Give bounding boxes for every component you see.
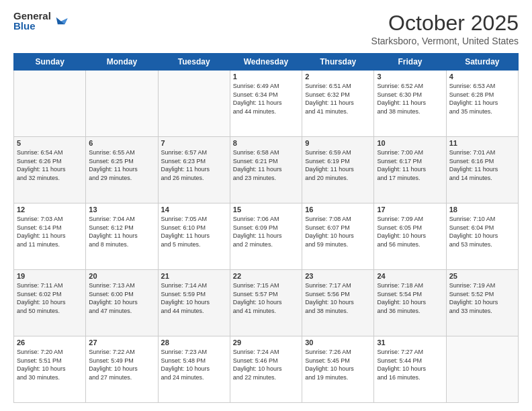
calendar-week-2: 12Sunrise: 7:03 AMSunset: 6:14 PMDayligh… — [14, 203, 519, 270]
day-number: 22 — [233, 272, 299, 280]
calendar-cell — [158, 71, 230, 137]
calendar-cell: 7Sunrise: 6:57 AMSunset: 6:23 PMDaylight… — [158, 137, 230, 203]
day-info: Sunrise: 7:22 AMSunset: 5:49 PMDaylight:… — [89, 348, 154, 381]
calendar-cell: 12Sunrise: 7:03 AMSunset: 6:14 PMDayligh… — [14, 203, 86, 270]
day-number: 21 — [161, 272, 227, 280]
calendar-cell: 23Sunrise: 7:17 AMSunset: 5:56 PMDayligh… — [302, 270, 374, 336]
day-number: 4 — [449, 73, 515, 81]
logo: General Blue — [13, 11, 69, 31]
day-info: Sunrise: 6:49 AMSunset: 6:34 PMDaylight:… — [233, 82, 299, 116]
day-number: 8 — [233, 139, 299, 147]
day-info: Sunrise: 7:05 AMSunset: 6:10 PMDaylight:… — [161, 215, 227, 248]
calendar-cell: 1Sunrise: 6:49 AMSunset: 6:34 PMDaylight… — [230, 71, 302, 137]
day-number: 29 — [233, 338, 299, 347]
calendar-cell: 18Sunrise: 7:10 AMSunset: 6:04 PMDayligh… — [446, 203, 518, 270]
day-number: 9 — [305, 139, 371, 147]
day-number: 19 — [17, 272, 83, 280]
day-number: 26 — [17, 338, 83, 347]
calendar-cell — [14, 71, 86, 137]
day-number: 7 — [161, 139, 227, 147]
day-number: 16 — [305, 205, 371, 214]
day-info: Sunrise: 7:01 AMSunset: 6:16 PMDaylight:… — [449, 148, 515, 182]
calendar-cell: 14Sunrise: 7:05 AMSunset: 6:10 PMDayligh… — [158, 203, 230, 270]
calendar-cell: 24Sunrise: 7:18 AMSunset: 5:54 PMDayligh… — [374, 270, 446, 336]
day-info: Sunrise: 7:11 AMSunset: 6:02 PMDaylight:… — [17, 281, 83, 315]
day-number: 2 — [305, 73, 371, 81]
calendar-cell: 13Sunrise: 7:04 AMSunset: 6:12 PMDayligh… — [86, 203, 158, 270]
day-number: 5 — [17, 139, 83, 147]
logo-icon — [54, 13, 69, 28]
calendar-cell: 31Sunrise: 7:27 AMSunset: 5:44 PMDayligh… — [374, 336, 446, 403]
calendar-cell: 16Sunrise: 7:08 AMSunset: 6:07 PMDayligh… — [302, 203, 374, 270]
day-info: Sunrise: 7:20 AMSunset: 5:51 PMDaylight:… — [17, 348, 83, 381]
day-info: Sunrise: 7:00 AMSunset: 6:17 PMDaylight:… — [377, 148, 443, 182]
title-area: October 2025 Starksboro, Vermont, United… — [371, 11, 519, 46]
calendar-week-1: 5Sunrise: 6:54 AMSunset: 6:26 PMDaylight… — [14, 137, 519, 203]
calendar-cell: 29Sunrise: 7:24 AMSunset: 5:46 PMDayligh… — [230, 336, 302, 403]
day-number: 27 — [89, 338, 154, 347]
calendar-week-4: 26Sunrise: 7:20 AMSunset: 5:51 PMDayligh… — [14, 336, 519, 403]
day-info: Sunrise: 6:54 AMSunset: 6:26 PMDaylight:… — [17, 148, 83, 182]
col-wednesday: Wednesday — [230, 54, 302, 71]
day-info: Sunrise: 6:58 AMSunset: 6:21 PMDaylight:… — [233, 148, 299, 182]
day-info: Sunrise: 6:52 AMSunset: 6:30 PMDaylight:… — [377, 82, 443, 116]
day-number: 12 — [17, 205, 83, 214]
day-number: 1 — [233, 73, 299, 81]
day-info: Sunrise: 7:14 AMSunset: 5:59 PMDaylight:… — [161, 281, 227, 315]
calendar-cell: 20Sunrise: 7:13 AMSunset: 6:00 PMDayligh… — [86, 270, 158, 336]
col-saturday: Saturday — [446, 54, 518, 71]
calendar-cell: 6Sunrise: 6:55 AMSunset: 6:25 PMDaylight… — [86, 137, 158, 203]
day-number: 18 — [449, 205, 515, 214]
day-info: Sunrise: 7:09 AMSunset: 6:05 PMDaylight:… — [377, 215, 443, 248]
day-info: Sunrise: 7:03 AMSunset: 6:14 PMDaylight:… — [17, 215, 83, 248]
day-number: 23 — [305, 272, 371, 280]
day-info: Sunrise: 6:53 AMSunset: 6:28 PMDaylight:… — [449, 82, 515, 116]
day-number: 25 — [449, 272, 515, 280]
calendar-cell: 8Sunrise: 6:58 AMSunset: 6:21 PMDaylight… — [230, 137, 302, 203]
logo-general: General — [13, 11, 51, 21]
day-info: Sunrise: 6:55 AMSunset: 6:25 PMDaylight:… — [89, 148, 154, 182]
day-info: Sunrise: 7:10 AMSunset: 6:04 PMDaylight:… — [449, 215, 515, 248]
calendar-table: Sunday Monday Tuesday Wednesday Thursday… — [13, 53, 519, 403]
calendar-cell: 19Sunrise: 7:11 AMSunset: 6:02 PMDayligh… — [14, 270, 86, 336]
col-sunday: Sunday — [14, 54, 86, 71]
day-number: 28 — [161, 338, 227, 347]
calendar-cell: 17Sunrise: 7:09 AMSunset: 6:05 PMDayligh… — [374, 203, 446, 270]
day-info: Sunrise: 6:57 AMSunset: 6:23 PMDaylight:… — [161, 148, 227, 182]
col-tuesday: Tuesday — [158, 54, 230, 71]
calendar-cell: 9Sunrise: 6:59 AMSunset: 6:19 PMDaylight… — [302, 137, 374, 203]
day-number: 10 — [377, 139, 443, 147]
calendar-week-3: 19Sunrise: 7:11 AMSunset: 6:02 PMDayligh… — [14, 270, 519, 336]
day-info: Sunrise: 7:15 AMSunset: 5:57 PMDaylight:… — [233, 281, 299, 315]
header: General Blue October 2025 Starksboro, Ve… — [13, 11, 519, 46]
calendar-cell: 5Sunrise: 6:54 AMSunset: 6:26 PMDaylight… — [14, 137, 86, 203]
calendar-cell: 2Sunrise: 6:51 AMSunset: 6:32 PMDaylight… — [302, 71, 374, 137]
calendar-cell: 25Sunrise: 7:19 AMSunset: 5:52 PMDayligh… — [446, 270, 518, 336]
col-friday: Friday — [374, 54, 446, 71]
calendar-cell: 3Sunrise: 6:52 AMSunset: 6:30 PMDaylight… — [374, 71, 446, 137]
calendar-cell — [86, 71, 158, 137]
day-number: 15 — [233, 205, 299, 214]
day-info: Sunrise: 7:13 AMSunset: 6:00 PMDaylight:… — [89, 281, 154, 315]
day-number: 20 — [89, 272, 154, 280]
logo-text: General Blue — [13, 11, 51, 31]
page: General Blue October 2025 Starksboro, Ve… — [0, 0, 532, 411]
day-info: Sunrise: 7:18 AMSunset: 5:54 PMDaylight:… — [377, 281, 443, 315]
day-info: Sunrise: 7:19 AMSunset: 5:52 PMDaylight:… — [449, 281, 515, 315]
day-info: Sunrise: 7:23 AMSunset: 5:48 PMDaylight:… — [161, 348, 227, 381]
day-number: 13 — [89, 205, 154, 214]
calendar-cell: 27Sunrise: 7:22 AMSunset: 5:49 PMDayligh… — [86, 336, 158, 403]
day-info: Sunrise: 7:06 AMSunset: 6:09 PMDaylight:… — [233, 215, 299, 248]
day-number: 30 — [305, 338, 371, 347]
day-number: 3 — [377, 73, 443, 81]
day-info: Sunrise: 6:59 AMSunset: 6:19 PMDaylight:… — [305, 148, 371, 182]
day-number: 24 — [377, 272, 443, 280]
day-info: Sunrise: 7:08 AMSunset: 6:07 PMDaylight:… — [305, 215, 371, 248]
calendar-header-row: Sunday Monday Tuesday Wednesday Thursday… — [14, 54, 519, 71]
month-title: October 2025 — [371, 11, 519, 36]
day-number: 31 — [377, 338, 443, 347]
day-info: Sunrise: 7:26 AMSunset: 5:45 PMDaylight:… — [305, 348, 371, 381]
location: Starksboro, Vermont, United States — [371, 36, 519, 46]
day-number: 14 — [161, 205, 227, 214]
day-info: Sunrise: 6:51 AMSunset: 6:32 PMDaylight:… — [305, 82, 371, 116]
